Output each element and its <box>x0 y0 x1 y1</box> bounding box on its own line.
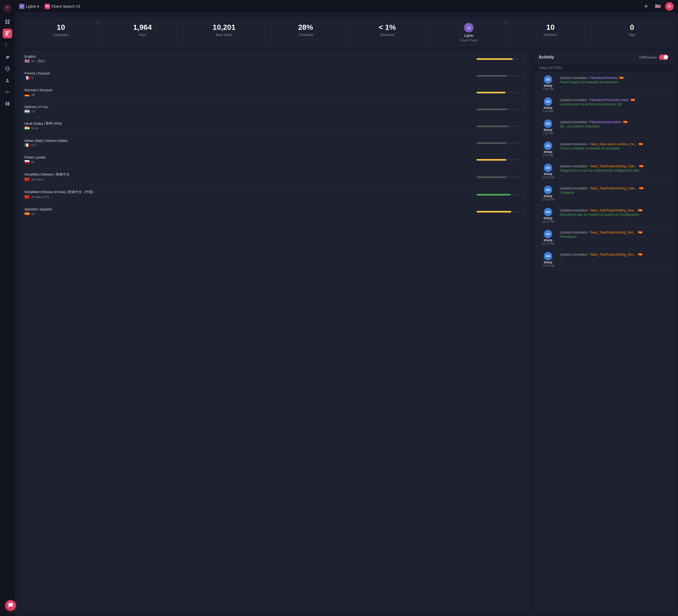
activity-time-2: 1:02 PM <box>543 132 554 135</box>
base-words-label: Base words <box>188 33 261 37</box>
flag-icon-5: 🇮🇹 <box>25 143 30 148</box>
activity-key-5[interactable]: Tasks_TaskProjectSetting_Cate... <box>589 186 638 190</box>
user-avatar[interactable]: D <box>665 2 674 11</box>
lang-header-3: Hebrew | עברית 🇮🇱 he ⋮ <box>25 105 526 114</box>
activity-time-3: 1:01 PM <box>543 154 554 157</box>
sidebar-item-dashboard[interactable] <box>3 17 12 27</box>
languages-label: Languages <box>25 33 97 37</box>
languages-panel: English 🇬🇧 en Base ⋮ French | fran <box>20 51 530 611</box>
language-item: English 🇬🇧 en Base ⋮ <box>20 51 530 68</box>
lang-code-3: he <box>31 110 35 113</box>
language-item: Spanish | español 🇪🇸 es ⋮ <box>20 204 530 220</box>
activity-user-col-8: DR dracp 12:53 PM <box>539 252 557 267</box>
tags-value: 0 <box>596 23 669 32</box>
keys-label: Keys <box>106 33 179 37</box>
activity-avatar-1: DR <box>544 97 552 106</box>
differences-switch[interactable] <box>659 55 669 60</box>
svg-text:T: T <box>5 43 7 48</box>
stats-bar: ✏ 10 Languages 1,964 Keys 10,201 Base wo… <box>20 18 673 46</box>
sidebar-item-api-keys[interactable] <box>3 87 12 97</box>
activity-key-0[interactable]: FileIndexerFinished <box>589 76 618 80</box>
activity-action-6: Updated translation Tasks_TaskProjectSet… <box>560 208 669 212</box>
edit-icon[interactable]: ✏ <box>96 21 99 25</box>
more-menu-icon-7[interactable]: ⋮ <box>521 174 526 180</box>
activity-avatar-4: DR <box>544 164 552 172</box>
lang-code-6: pl <box>31 160 34 164</box>
activity-list: DR dracp 1:06 PM Updated translation Fil… <box>534 72 673 611</box>
lang-code-4: hi-IN <box>31 126 38 130</box>
differences-toggle[interactable]: Differences <box>639 55 669 60</box>
activity-ellipsis-3: ... <box>560 150 669 154</box>
activity-body-5: Updated translation Tasks_TaskProjectSet… <box>560 186 669 201</box>
more-menu-icon-0[interactable]: ⋮ <box>521 56 526 62</box>
lang-name-3: Hebrew | עברית 🇮🇱 he <box>25 105 48 114</box>
more-menu-icon-1[interactable]: ⋮ <box>521 73 526 79</box>
activity-key-3[interactable]: Tasks_Hide search window_De... <box>589 142 638 146</box>
owner-edit-icon[interactable]: ✏ <box>504 21 507 25</box>
reviewed-label: Reviewed <box>351 33 424 37</box>
more-menu-icon-6[interactable]: ⋮ <box>521 157 526 163</box>
activity-ellipsis-6: ... <box>560 217 669 220</box>
language-item: Simplified Chinese (China) | 简体中文（中国） 🇨🇳… <box>20 186 530 204</box>
chat-bubble[interactable] <box>5 600 16 611</box>
activity-user-col-7: DR dracp 12:54 PM <box>539 230 557 245</box>
more-menu-icon-4[interactable]: ⋮ <box>521 123 526 129</box>
more-menu-icon-2[interactable]: ⋮ <box>521 89 526 96</box>
more-menu-icon-3[interactable]: ⋮ <box>521 106 526 112</box>
lang-bar-fill-5 <box>477 142 506 144</box>
app-logo[interactable]: ✦ <box>3 3 12 13</box>
lang-bar-container-6: ⋮ <box>45 157 526 163</box>
activity-time-6: 12:54 PM <box>541 220 554 223</box>
activity-avatar-2: DR <box>544 119 552 128</box>
more-menu-icon-9[interactable]: ⋮ <box>521 209 526 215</box>
language-flag-icon[interactable]: 🇬🇧 <box>653 2 662 11</box>
sidebar-item-members[interactable] <box>3 76 12 85</box>
activity-item: DR dracp 12:54 PM Updated translation Ta… <box>534 227 673 249</box>
activity-key-6[interactable]: Tasks_TaskProjectSetting_Des... <box>589 208 637 213</box>
lang-info-7: Simplified Chinese | 简体中文 🇨🇳 zh-Hans <box>25 172 70 182</box>
activity-avatar-3: DR <box>544 142 552 150</box>
breadcrumb: LI Lighto ▾ › FS Fluent Search V2 <box>19 4 80 9</box>
lang-header-8: Simplified Chinese (China) | 简体中文（中国） 🇨🇳… <box>25 190 526 200</box>
sidebar-item-integrations[interactable] <box>3 64 12 73</box>
sidebar-item-import-export[interactable] <box>3 99 12 109</box>
theme-toggle-icon[interactable]: ☀ <box>642 2 650 11</box>
owner-role: Project Owner <box>459 39 478 42</box>
lang-bar-fill-3 <box>477 109 507 110</box>
more-menu-icon-5[interactable]: ⋮ <box>521 140 526 146</box>
flag-icon-9: 🇪🇸 <box>25 211 30 216</box>
breadcrumb-org[interactable]: LI Lighto ▾ <box>19 4 39 9</box>
activity-avatar-5: DR <box>544 186 552 194</box>
activity-key-2[interactable]: FileIndexerInformation <box>589 120 622 124</box>
activity-username-1: dracp <box>544 106 553 110</box>
lang-header-7: Simplified Chinese | 简体中文 🇨🇳 zh-Hans ⋮ <box>25 172 526 182</box>
lang-bar-fill-2 <box>477 92 505 93</box>
sidebar-item-language-tools[interactable]: T <box>3 40 12 50</box>
more-menu-icon-8[interactable]: ⋮ <box>521 192 526 197</box>
activity-header: Activity Differences <box>534 51 673 64</box>
activity-key-8[interactable]: Tasks_TaskProjectSetting_Sho... <box>589 252 637 257</box>
svg-rect-16 <box>8 102 9 106</box>
lang-header-9: Spanish | español 🇪🇸 es ⋮ <box>25 207 526 216</box>
activity-key-1[interactable]: FileIndexerFinishedContent <box>589 98 630 102</box>
lang-bar-container-5: ⋮ <box>68 140 526 146</box>
sidebar-item-settings[interactable] <box>3 52 12 62</box>
lang-code-1: fr <box>31 76 33 80</box>
lang-bar-wrap-4 <box>477 125 519 127</box>
activity-action-0: Updated translation FileIndexerFinished … <box>560 76 669 80</box>
activity-ellipsis-7: ... <box>560 239 669 242</box>
sidebar-item-translations[interactable] <box>3 29 12 38</box>
lang-name-6: Polish | polski 🇵🇱 pl <box>25 155 45 165</box>
lang-bar-fill-1 <box>477 75 507 77</box>
lang-name-8: Simplified Chinese (China) | 简体中文（中国） 🇨🇳… <box>25 190 96 200</box>
translated-label: Translated <box>269 33 342 37</box>
activity-key-4[interactable]: Tasks_TaskProjectSetting_Cate... <box>589 164 638 168</box>
language-item: Polish | polski 🇵🇱 pl ⋮ <box>20 152 530 168</box>
org-dropdown[interactable]: Lighto ▾ <box>26 4 39 8</box>
activity-body-1: Updated translation FileIndexerFinishedC… <box>560 97 669 113</box>
activity-time-5: 12:54 PM <box>541 198 554 201</box>
activity-value-2: {0} – {1} archivos indexados. <box>560 124 669 128</box>
flag-es-8: 🇪🇸 <box>638 252 642 256</box>
activity-time-4: 12:55 PM <box>541 176 554 179</box>
activity-key-7[interactable]: Tasks_TaskProjectSetting_Des... <box>589 230 637 234</box>
